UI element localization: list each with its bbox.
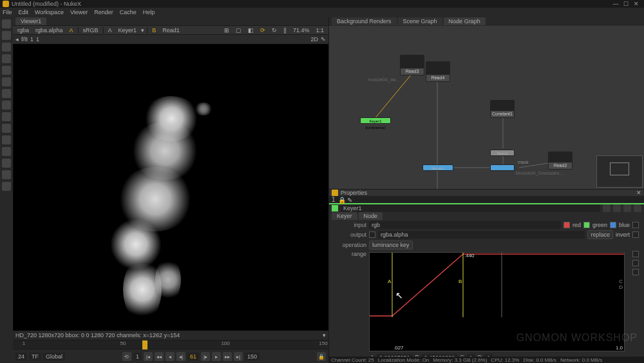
tool-draw-icon[interactable] — [2, 31, 11, 40]
node-graph[interactable]: Read3 Read4 module04_dw... Constant1 Key… — [329, 26, 644, 189]
first-frame-icon[interactable]: |◂ — [144, 352, 153, 361]
alpha-checkbox[interactable] — [632, 222, 639, 228]
next-key-icon[interactable]: ▸▸ — [223, 352, 232, 361]
node-read4[interactable]: Read4 — [426, 61, 450, 82]
clip-icon[interactable]: ⊞ — [222, 27, 231, 34]
range-start[interactable]: 1 — [133, 353, 142, 360]
dimension-toggle[interactable]: 2D — [310, 36, 318, 43]
range-btn-1[interactable] — [632, 251, 639, 257]
output-channel-select[interactable]: rgba.alpha — [378, 231, 585, 239]
node-read3[interactable]: Read3 — [400, 55, 424, 75]
replace-select[interactable]: replace — [587, 230, 613, 239]
tool-particles-icon[interactable] — [2, 135, 11, 144]
tool-deep-icon[interactable] — [2, 147, 11, 156]
minimize-button[interactable]: — — [611, 1, 621, 7]
zoom-display[interactable]: 71.4% — [291, 27, 312, 34]
node-constant1[interactable]: Constant1 — [490, 100, 515, 118]
menu-edit[interactable]: Edit — [19, 9, 29, 15]
tab-background-renders[interactable]: Background Renders — [332, 17, 397, 25]
invert-checkbox[interactable] — [632, 231, 639, 238]
lock-icon[interactable]: 🔒 — [317, 352, 326, 361]
blue-checkbox[interactable] — [610, 222, 616, 228]
lock-panel-icon[interactable]: 🔒 — [338, 197, 345, 203]
refresh-icon[interactable]: ↻ — [270, 27, 279, 34]
red-checkbox[interactable] — [564, 222, 570, 228]
timeformat-select[interactable]: TF — [29, 353, 41, 360]
node-graph-minimap[interactable] — [596, 155, 643, 188]
tool-other-icon[interactable] — [2, 182, 11, 191]
tool-views-icon[interactable] — [2, 159, 11, 168]
viewer-footer-menu-icon[interactable]: ▾ — [323, 332, 326, 338]
operation-select[interactable]: luminance key — [369, 240, 413, 250]
tool-merge-icon[interactable] — [2, 101, 11, 110]
loop-icon[interactable]: ⟲ — [122, 352, 131, 361]
prop-tab-keyer[interactable]: Keyer — [332, 212, 357, 220]
play-back-icon[interactable]: ◂ — [166, 352, 175, 361]
fps-select[interactable]: 24 — [15, 353, 27, 360]
ipr-icon[interactable]: || — [281, 27, 289, 34]
node-close-icon[interactable] — [634, 204, 641, 212]
tool-time-icon[interactable] — [2, 43, 11, 52]
maximize-button[interactable]: ☐ — [621, 1, 631, 7]
green-checkbox[interactable] — [583, 222, 590, 228]
playhead[interactable] — [142, 340, 147, 349]
node-undo-icon[interactable] — [603, 204, 611, 212]
close-button[interactable]: ✕ — [631, 1, 641, 7]
wipe-icon[interactable]: ✎ — [321, 36, 326, 43]
node-read2[interactable]: Read2 — [548, 152, 573, 170]
last-frame-icon[interactable]: ▸| — [234, 352, 243, 361]
step-fwd-icon[interactable]: |▸ — [201, 352, 210, 361]
channel-layer-select[interactable]: rgba — [15, 27, 31, 34]
input-channel-select[interactable]: rgb — [369, 221, 561, 229]
clear-panel-icon[interactable]: ✎ — [347, 197, 354, 203]
range-btn-2[interactable] — [632, 260, 639, 266]
proxy-icon[interactable]: ◧ — [246, 27, 256, 34]
node-merge2[interactable] — [490, 164, 515, 171]
aperture-display[interactable]: f/8 — [21, 36, 28, 43]
prev-frame-icon[interactable]: ◂ — [15, 36, 19, 43]
current-frame[interactable]: 61 — [187, 353, 199, 360]
frame-display[interactable]: 1 — [30, 36, 33, 43]
step-back-icon[interactable]: ◂| — [176, 352, 185, 361]
input-b-select[interactable]: Read1 — [160, 27, 182, 34]
menu-help[interactable]: Help — [143, 9, 155, 15]
channel-select[interactable]: rgba.alpha — [33, 27, 65, 34]
menu-render[interactable]: Render — [94, 9, 113, 15]
prop-tab-node[interactable]: Node — [359, 212, 383, 220]
tool-3d-icon[interactable] — [2, 124, 11, 133]
tool-metadata-icon[interactable] — [2, 170, 11, 179]
tool-channel-icon[interactable] — [2, 54, 11, 63]
properties-close-icon[interactable]: ✕ — [636, 190, 641, 196]
scope-select[interactable]: Global — [43, 353, 65, 360]
prev-key-icon[interactable]: ◂◂ — [155, 352, 164, 361]
channel-letter[interactable]: A — [68, 27, 75, 34]
ratio-display[interactable]: 1:1 — [314, 27, 326, 34]
node-name-field[interactable]: Keyer1 — [341, 204, 600, 212]
tool-color-icon[interactable] — [2, 66, 11, 75]
node-help-icon[interactable] — [623, 204, 631, 212]
node-keyer1[interactable]: Keyer1 (luminance) — [360, 117, 391, 124]
menu-cache[interactable]: Cache — [120, 9, 137, 15]
roi-icon[interactable]: ▢ — [234, 27, 243, 34]
tab-node-graph[interactable]: Node Graph — [444, 17, 486, 25]
play-fwd-icon[interactable]: ▸ — [212, 352, 221, 361]
node-color-icon[interactable] — [332, 205, 338, 211]
timeline-ruler[interactable]: 1 50 100 150 — [13, 340, 328, 349]
range-end[interactable]: 150 — [245, 353, 260, 360]
menu-viewer[interactable]: Viewer — [70, 9, 88, 15]
node-redo-icon[interactable] — [613, 204, 621, 212]
colorspace-select[interactable]: sRGB — [81, 27, 100, 34]
tool-transform-icon[interactable] — [2, 112, 11, 121]
tool-image-icon[interactable] — [2, 19, 11, 28]
tool-filter-icon[interactable] — [2, 77, 11, 86]
input-a-select[interactable]: Keyer1 — [117, 27, 139, 34]
tab-scene-graph[interactable]: Scene Graph — [398, 17, 442, 25]
tool-keyer-icon[interactable] — [2, 89, 11, 98]
frame-display2[interactable]: 1 — [36, 36, 39, 43]
node-roto1[interactable]: Roto1 — [490, 150, 515, 156]
node-merge1[interactable]: Merge1 — [422, 164, 453, 171]
viewer-tab[interactable]: Viewer1 — [15, 17, 46, 25]
menu-workspace[interactable]: Workspace — [35, 9, 64, 15]
viewer-canvas[interactable] — [13, 44, 328, 331]
menu-file[interactable]: File — [3, 9, 12, 15]
